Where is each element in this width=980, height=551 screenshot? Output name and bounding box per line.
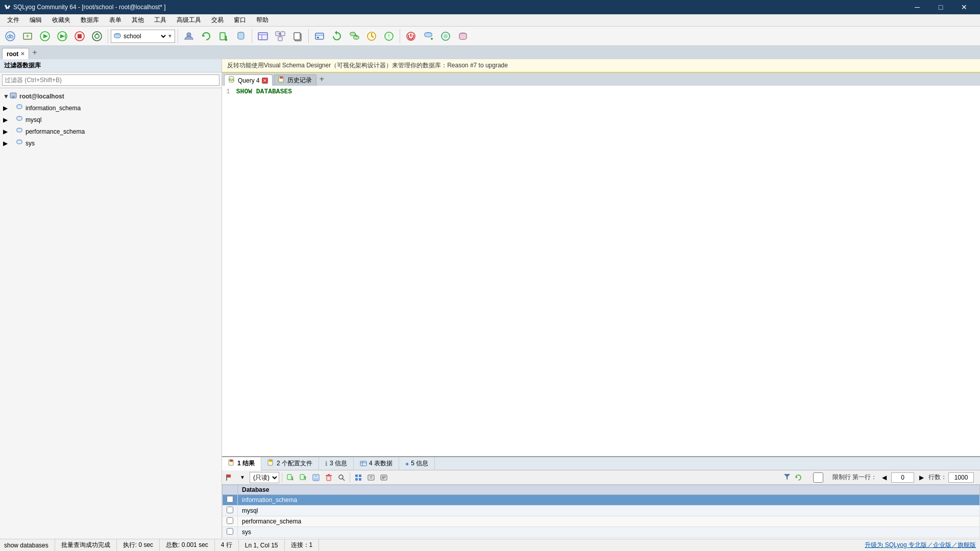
query-editor[interactable]: 1 SHOW DATABASES	[222, 86, 980, 457]
result-header-database[interactable]: Database	[238, 485, 980, 495]
result-tb-search[interactable]	[336, 472, 347, 483]
row1-checkbox[interactable]	[227, 496, 233, 503]
result-tab-5[interactable]: ● 5 信息	[399, 457, 435, 470]
menu-database[interactable]: 数据库	[76, 14, 104, 27]
result-tab-4[interactable]: 4 表数据	[354, 457, 399, 470]
filter-input[interactable]	[2, 74, 219, 86]
editor-tab-add[interactable]: +	[317, 74, 326, 84]
row2-database[interactable]: mysql	[238, 506, 980, 516]
toolbar-new-connection[interactable]: db	[2, 28, 18, 44]
result-tb-flag[interactable]	[224, 472, 235, 483]
toolbar-export[interactable]	[233, 28, 249, 44]
menu-tools[interactable]: 工具	[149, 14, 172, 27]
next-page-btn[interactable]: ▶	[916, 472, 927, 483]
result-tab-3[interactable]: ℹ 3 信息	[319, 457, 354, 470]
row3-checkbox[interactable]	[227, 517, 233, 524]
result-row-4[interactable]: sys	[223, 527, 980, 538]
row4-checkbox[interactable]	[227, 528, 233, 535]
result-tb-import[interactable]	[285, 472, 296, 483]
total-time-text: 总数: 0.001 sec	[166, 541, 208, 549]
toolbar-power[interactable]	[403, 28, 419, 44]
tab-root-close[interactable]: ✕	[20, 51, 24, 57]
database-selector[interactable]: school root@localhost ▼	[111, 30, 175, 43]
result-tb-grid[interactable]	[353, 472, 364, 483]
editor-tab-history[interactable]: 历史记录	[274, 74, 316, 86]
upgrade-link[interactable]: 升级为 SQLyog 专北版／企业版／旗舰版	[865, 541, 976, 549]
toolbar-schema[interactable]	[272, 28, 288, 44]
result-tb-dropdown[interactable]: ▼	[237, 472, 248, 483]
toolbar-sync[interactable]	[346, 28, 362, 44]
toolbar-stop[interactable]	[71, 28, 88, 44]
toolbar-run[interactable]	[37, 28, 53, 44]
toolbar-import[interactable]	[215, 28, 232, 44]
menu-advanced[interactable]: 高级工具	[172, 14, 206, 27]
result-tab-2[interactable]: 2 个配置文件	[261, 457, 319, 470]
menu-other[interactable]: 其他	[127, 14, 149, 27]
tab-root[interactable]: root ✕	[2, 48, 29, 59]
limit-rows-checkbox[interactable]	[805, 472, 831, 483]
editor-tab-query4[interactable]: SQL Query 4 ✕	[224, 74, 273, 86]
toolbar-db-tools[interactable]	[437, 28, 454, 44]
svg-marker-19	[225, 39, 228, 41]
toolbar-schedule[interactable]	[89, 28, 105, 44]
result-row-1[interactable]: information_schema	[223, 495, 980, 506]
row2-checkbox[interactable]	[227, 507, 233, 513]
row-count-input[interactable]	[948, 472, 974, 483]
tree-item-host[interactable]: ▼ root@localhost	[0, 90, 222, 102]
result-tab-1[interactable]: 1 结果	[222, 457, 261, 470]
row1-database[interactable]: information_schema	[238, 495, 980, 506]
tab-add-button[interactable]: +	[30, 48, 39, 57]
toolbar-refresh[interactable]	[198, 28, 214, 44]
tree-expand-host[interactable]: ▼	[3, 93, 9, 100]
tree-item-sys[interactable]: ▶ sys	[0, 137, 222, 149]
menu-window[interactable]: 窗口	[229, 14, 251, 27]
tree-expand-info[interactable]: ▶	[3, 105, 15, 112]
tree-expand-sys[interactable]: ▶	[3, 140, 15, 147]
result-tab-4-label: 4 表数据	[369, 459, 393, 468]
toolbar-add-db[interactable]	[420, 28, 436, 44]
first-row-input[interactable]	[891, 472, 914, 483]
toolbar-notifications[interactable]: !	[381, 28, 397, 44]
toolbar-backup[interactable]	[311, 28, 328, 44]
toolbar-plugin[interactable]	[455, 28, 471, 44]
tree-expand-mysql[interactable]: ▶	[3, 116, 15, 123]
result-tb-save[interactable]	[310, 472, 322, 483]
menu-help[interactable]: 帮助	[251, 14, 274, 27]
menubar: 文件 编辑 收藏夹 数据库 表单 其他 工具 高级工具 交易 窗口 帮助	[0, 14, 980, 27]
svg-rect-33	[317, 37, 319, 38]
maximize-button[interactable]: □	[929, 0, 952, 14]
result-row-2[interactable]: mysql	[223, 506, 980, 516]
row3-database[interactable]: performance_schema	[238, 516, 980, 527]
result-tb-export[interactable]	[298, 472, 309, 483]
result-row-3[interactable]: performance_schema	[223, 516, 980, 527]
database-dropdown[interactable]: school root@localhost	[121, 32, 167, 40]
svg-rect-88	[359, 478, 361, 481]
close-button[interactable]: ✕	[952, 0, 976, 14]
tree-item-performance-schema[interactable]: ▶ performance_schema	[0, 126, 222, 137]
tree-item-mysql[interactable]: ▶ mysql	[0, 114, 222, 126]
menu-file[interactable]: 文件	[2, 14, 24, 27]
result-tb-text[interactable]	[378, 472, 389, 483]
prev-page-btn[interactable]: ◀	[878, 472, 890, 483]
toolbar-user[interactable]	[181, 28, 197, 44]
toolbar-copy[interactable]	[289, 28, 306, 44]
toolbar-table-designer[interactable]	[255, 28, 271, 44]
minimize-button[interactable]: ─	[905, 0, 929, 14]
toolbar-new-tab[interactable]: +	[19, 28, 36, 44]
toolbar-restore[interactable]	[329, 28, 345, 44]
menu-favorites[interactable]: 收藏夹	[47, 14, 76, 27]
query-tab-close[interactable]: ✕	[262, 78, 268, 84]
result-refresh-btn[interactable]	[793, 472, 804, 483]
menu-table[interactable]: 表单	[104, 14, 127, 27]
result-mode-dropdown[interactable]: (只读) 编辑	[250, 472, 279, 483]
toolbar-history[interactable]	[363, 28, 380, 44]
tree-expand-perf[interactable]: ▶	[3, 128, 15, 135]
menu-edit[interactable]: 编辑	[24, 14, 47, 27]
result-tb-delete[interactable]	[323, 472, 334, 483]
toolbar-run-selected[interactable]	[54, 28, 70, 44]
result-mode-selector[interactable]: (只读) 编辑	[250, 472, 279, 483]
row4-database[interactable]: sys	[238, 527, 980, 538]
menu-transaction[interactable]: 交易	[206, 14, 229, 27]
tree-item-information-schema[interactable]: ▶ information_schema	[0, 102, 222, 114]
result-tb-form[interactable]	[365, 472, 377, 483]
